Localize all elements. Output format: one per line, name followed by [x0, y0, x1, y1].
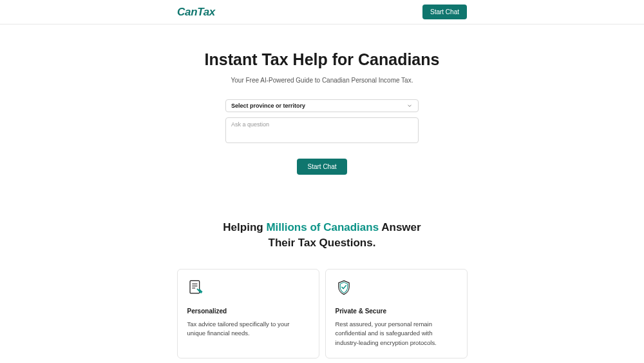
submit-start-chat-button[interactable]: Start Chat [297, 159, 346, 175]
province-select-placeholder: Select province or territory [231, 103, 305, 109]
feature-card-desc: Rest assured, your personal remain confi… [336, 320, 457, 348]
document-icon [187, 279, 309, 296]
chat-form: Select province or territory Start Chat [225, 99, 419, 175]
hero-section: Instant Tax Help for Canadians Your Free… [0, 25, 644, 175]
feature-card-private: Private & Secure Rest assured, your pers… [325, 269, 468, 358]
hero-title: Instant Tax Help for Canadians [0, 50, 644, 69]
svg-rect-0 [190, 280, 200, 293]
hero-subtitle: Your Free AI-Powered Guide to Canadian P… [0, 77, 644, 84]
features-title: Helping Millions of Canadians Answer The… [209, 220, 435, 251]
feature-card-personalized: Personalized Tax advice tailored specifi… [177, 269, 319, 358]
province-select[interactable]: Select province or territory [225, 99, 419, 112]
shield-icon [336, 279, 457, 296]
question-input[interactable] [225, 117, 419, 143]
feature-card-desc: Tax advice tailored specifically to your… [187, 320, 309, 338]
header: CanTax Start Chat [0, 0, 644, 25]
chevron-down-icon [406, 103, 413, 109]
feature-cards: Personalized Tax advice tailored specifi… [177, 269, 468, 363]
feature-card-title: Personalized [187, 308, 309, 315]
feature-card-title: Private & Secure [336, 308, 457, 315]
logo[interactable]: CanTax [177, 6, 215, 19]
features-section: Helping Millions of Canadians Answer The… [0, 175, 644, 363]
header-start-chat-button[interactable]: Start Chat [422, 5, 467, 19]
